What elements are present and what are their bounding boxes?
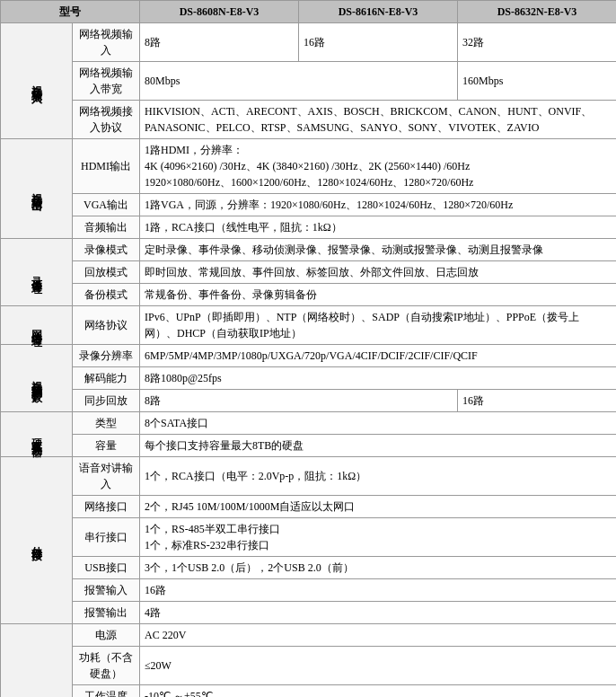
category-cell: 网络管理 [1, 306, 73, 345]
label-cell: 语音对讲输入 [73, 457, 140, 496]
label-cell: 网络视频接入协议 [73, 101, 140, 139]
value-cell: 常规备份、事件备份、录像剪辑备份 [140, 284, 617, 306]
category-cell: 硬盘驱动器 [1, 412, 73, 457]
label-cell: 解码能力 [73, 367, 140, 390]
table-row: 视音频解码参数录像分辨率6MP/5MP/4MP/3MP/1080p/UXGA/7… [1, 345, 617, 367]
value-cell: 8路1080p@25fps [140, 367, 617, 390]
label-cell: 录像模式 [73, 239, 140, 261]
value-cell: AC 220V [140, 624, 617, 647]
category-cell: 视音频输出 [1, 139, 73, 239]
value-cell: 4路 [140, 602, 617, 624]
value-cell: 即时回放、常规回放、事件回放、标签回放、外部文件回放、日志回放 [140, 261, 617, 284]
value-cell: 80Mbps [140, 62, 458, 101]
category-cell: 外部接口 [1, 457, 73, 624]
label-cell: 类型 [73, 412, 140, 435]
label-cell: 网络接口 [73, 496, 140, 518]
label-cell: HDMI输出 [73, 139, 140, 194]
value-cell: 8路 [140, 23, 299, 62]
category-cell: 视音频输入 [1, 23, 73, 139]
value-cell: 定时录像、事件录像、移动侦测录像、报警录像、动测或报警录像、动测且报警录像 [140, 239, 617, 261]
table-row: 网络接口2个，RJ45 10M/100M/1000M自适应以太网口 [1, 496, 617, 518]
value-cell: 1路，RCA接口（线性电平，阻抗：1kΩ） [140, 216, 617, 239]
label-cell: 容量 [73, 435, 140, 457]
table-row: 同步回放8路16路 [1, 390, 617, 412]
table-row: 硬盘驱动器类型8个SATA接口 [1, 412, 617, 435]
label-cell: 功耗（不含硬盘） [73, 647, 140, 685]
value-cell: 1路HDMI，分辨率： 4K (4096×2160) /30Hz、4K (384… [140, 139, 617, 194]
header-col2: DS-8616N-E8-V3 [299, 1, 458, 23]
label-cell: 网络视频输入带宽 [73, 62, 140, 101]
category-cell: 视音频解码参数 [1, 345, 73, 412]
table-row: 回放模式即时回放、常规回放、事件回放、标签回放、外部文件回放、日志回放 [1, 261, 617, 284]
value-cell: 6MP/5MP/4MP/3MP/1080p/UXGA/720p/VGA/4CIF… [140, 345, 617, 367]
value-cell: 每个接口支持容量最大8TB的硬盘 [140, 435, 617, 457]
table-row: 录像管理录像模式定时录像、事件录像、移动侦测录像、报警录像、动测或报警录像、动测… [1, 239, 617, 261]
value-cell: 2个，RJ45 10M/100M/1000M自适应以太网口 [140, 496, 617, 518]
table-row: 串行接口1个，RS-485半双工串行接口 1个，标准RS-232串行接口 [1, 518, 617, 557]
value-cell: 32路 [458, 23, 617, 62]
table-row: 音频输出1路，RCA接口（线性电平，阻抗：1kΩ） [1, 216, 617, 239]
table-header: 型号 DS-8608N-E8-V3 DS-8616N-E8-V3 DS-8632… [1, 1, 617, 23]
category-cell: 录像管理 [1, 239, 73, 306]
table-row: VGA输出1路VGA，同源，分辨率：1920×1080/60Hz、1280×10… [1, 194, 617, 216]
value-cell: 1路VGA，同源，分辨率：1920×1080/60Hz、1280×1024/60… [140, 194, 617, 216]
label-cell: 同步回放 [73, 390, 140, 412]
value-cell: 16路 [140, 579, 617, 602]
table-row: 网络管理网络协议IPv6、UPnP（即插即用）、NTP（网络校时）、SADP（自… [1, 306, 617, 345]
value-cell: 1个，RS-485半双工串行接口 1个，标准RS-232串行接口 [140, 518, 617, 557]
table-row: 外部接口语音对讲输入1个，RCA接口（电平：2.0Vp-p，阻抗：1kΩ） [1, 457, 617, 496]
table-row: 视音频输入网络视频输入8路16路32路 [1, 23, 617, 62]
table-row: 其他电源AC 220V [1, 624, 617, 647]
table-row: 解码能力8路1080p@25fps [1, 367, 617, 390]
label-cell: USB接口 [73, 557, 140, 579]
value-cell: IPv6、UPnP（即插即用）、NTP（网络校时）、SADP（自动搜索IP地址）… [140, 306, 617, 345]
table-row: USB接口3个，1个USB 2.0（后），2个USB 2.0（前） [1, 557, 617, 579]
specs-table: 型号 DS-8608N-E8-V3 DS-8616N-E8-V3 DS-8632… [0, 0, 616, 697]
value-cell: 8个SATA接口 [140, 412, 617, 435]
label-cell: 网络视频输入 [73, 23, 140, 62]
value-cell: 8路 [140, 390, 458, 412]
table-row: 备份模式常规备份、事件备份、录像剪辑备份 [1, 284, 617, 306]
table-row: 工作温度-10℃ ～+55℃ [1, 685, 617, 698]
header-col3: DS-8632N-E8-V3 [458, 1, 617, 23]
label-cell: 录像分辨率 [73, 345, 140, 367]
value-cell: 16路 [458, 390, 617, 412]
value-cell: 3个，1个USB 2.0（后），2个USB 2.0（前） [140, 557, 617, 579]
table-row: 报警输出4路 [1, 602, 617, 624]
label-cell: 工作温度 [73, 685, 140, 698]
label-cell: 音频输出 [73, 216, 140, 239]
category-cell: 其他 [1, 624, 73, 698]
label-cell: VGA输出 [73, 194, 140, 216]
label-cell: 串行接口 [73, 518, 140, 557]
label-cell: 报警输入 [73, 579, 140, 602]
table-row: 网络视频接入协议HIKVISION、ACTi、ARECONT、AXIS、BOSC… [1, 101, 617, 139]
label-cell: 报警输出 [73, 602, 140, 624]
table-row: 报警输入16路 [1, 579, 617, 602]
header-col1: DS-8608N-E8-V3 [140, 1, 299, 23]
label-cell: 电源 [73, 624, 140, 647]
label-cell: 备份模式 [73, 284, 140, 306]
table-row: 容量每个接口支持容量最大8TB的硬盘 [1, 435, 617, 457]
label-cell: 网络协议 [73, 306, 140, 345]
value-cell: 16路 [299, 23, 458, 62]
header-model: 型号 [1, 1, 140, 23]
table-row: 网络视频输入带宽80Mbps160Mbps [1, 62, 617, 101]
table-row: 功耗（不含硬盘）≤20W [1, 647, 617, 685]
value-cell: ≤20W [140, 647, 617, 685]
label-cell: 回放模式 [73, 261, 140, 284]
value-cell: HIKVISION、ACTi、ARECONT、AXIS、BOSCH、BRICKC… [140, 101, 617, 139]
table-row: 视音频输出HDMI输出1路HDMI，分辨率： 4K (4096×2160) /3… [1, 139, 617, 194]
value-cell: 1个，RCA接口（电平：2.0Vp-p，阻抗：1kΩ） [140, 457, 617, 496]
value-cell: -10℃ ～+55℃ [140, 685, 617, 698]
value-cell: 160Mbps [458, 62, 617, 101]
